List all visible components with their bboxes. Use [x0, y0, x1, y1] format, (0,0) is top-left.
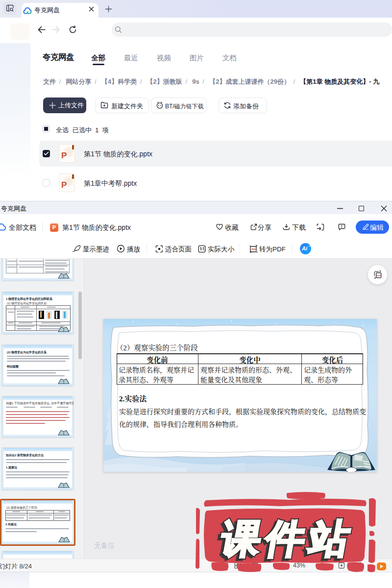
- svg-text:课件站: 课件站: [217, 517, 358, 561]
- svg-text:PDF: PDF: [377, 274, 381, 277]
- svg-text:PDF: PDF: [251, 248, 256, 251]
